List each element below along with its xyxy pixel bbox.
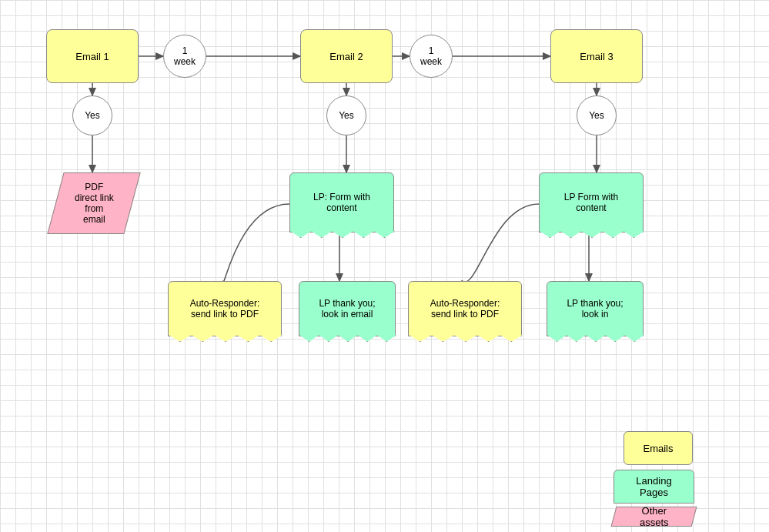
legend-emails-box: Emails <box>624 431 693 465</box>
legend-other-label: Otherassets <box>640 505 669 528</box>
lp-ty1-box: LP thank you;look in email <box>299 281 396 336</box>
lp2-box: LP Form withcontent <box>539 172 644 233</box>
lp1-box: LP: Form withcontent <box>289 172 394 233</box>
week2-circle: 1week <box>410 35 453 78</box>
diagram-canvas: Email 1 1week Email 2 1week Email 3 Yes … <box>0 0 769 532</box>
email1-box: Email 1 <box>46 29 139 83</box>
yes1-circle: Yes <box>72 95 112 136</box>
legend-lp-label: LandingPages <box>636 475 671 498</box>
ar2-box: Auto-Responder:send link to PDF <box>408 281 522 336</box>
pdf-box: PDFdirect linkfromemail <box>47 172 140 234</box>
legend-other-box: Otherassets <box>611 507 697 527</box>
legend-emails-label: Emails <box>643 443 673 454</box>
yes3-circle: Yes <box>577 95 617 136</box>
email3-box: Email 3 <box>550 29 643 83</box>
legend-lp-box: LandingPages <box>614 470 694 504</box>
yes2-circle: Yes <box>326 95 366 136</box>
ar1-box: Auto-Responder:send link to PDF <box>168 281 282 336</box>
email2-box: Email 2 <box>300 29 393 83</box>
lp-ty2-box: LP thank you;look in <box>547 281 644 336</box>
week1-circle: 1week <box>163 35 206 78</box>
